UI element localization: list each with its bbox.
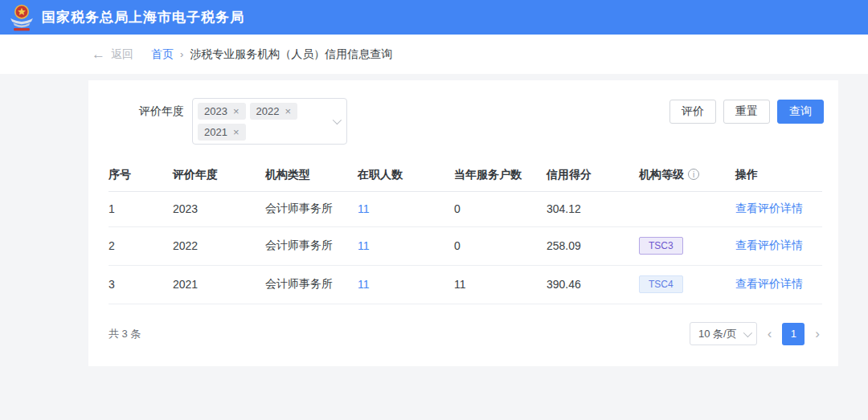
table-row: 3 2021 会计师事务所 11 11 390.46 TSC4 查看评价详情: [108, 266, 822, 304]
query-result-card: 评价年度 2023 × 2022 × 2021 × 评价 重置: [88, 80, 838, 366]
search-button[interactable]: 查询: [777, 100, 824, 124]
breadcrumb-home-link[interactable]: 首页: [151, 47, 174, 62]
year-tag-label: 2021: [204, 126, 227, 138]
cell-year: 2022: [173, 227, 265, 266]
tax-bureau-emblem-icon: [8, 3, 35, 32]
cell-org-type: 会计师事务所: [265, 266, 358, 304]
cell-year: 2023: [173, 192, 265, 227]
cell-credit-score: 390.46: [547, 266, 639, 304]
prev-page-button[interactable]: ‹: [765, 327, 775, 340]
filter-row: 评价年度 2023 × 2022 × 2021 × 评价 重置: [88, 80, 838, 145]
col-clients-served: 当年服务户数: [454, 161, 547, 192]
cell-clients-served: 0: [454, 192, 547, 227]
col-year: 评价年度: [173, 161, 265, 192]
cell-year: 2021: [173, 266, 265, 304]
cell-index: 3: [108, 266, 173, 304]
year-tag: 2022 ×: [250, 103, 298, 120]
cell-grade: TSC3: [639, 227, 735, 266]
tag-close-icon[interactable]: ×: [233, 105, 240, 117]
tag-close-icon[interactable]: ×: [285, 105, 291, 117]
staff-count-link[interactable]: 11: [358, 239, 370, 252]
view-detail-link[interactable]: 查看评价详情: [735, 277, 803, 290]
grade-badge: TSC4: [639, 275, 683, 293]
col-org-type: 机构类型: [265, 161, 358, 192]
cell-clients-served: 0: [454, 227, 547, 266]
breadcrumb-current-page: 涉税专业服务机构（人员）信用信息查询: [190, 47, 392, 62]
view-detail-link[interactable]: 查看评价详情: [735, 239, 803, 251]
back-button[interactable]: 返回: [111, 47, 133, 62]
app-title: 国家税务总局上海市电子税务局: [42, 8, 244, 27]
pagination: 10 条/页 ‹ 1 ›: [690, 322, 822, 345]
page-number-button[interactable]: 1: [782, 323, 805, 345]
reset-button[interactable]: 重置: [723, 100, 770, 124]
cell-index: 1: [108, 192, 173, 227]
year-tag: 2023 ×: [198, 103, 246, 120]
cell-index: 2: [108, 227, 173, 266]
table-footer: 共 3 条 10 条/页 ‹ 1 ›: [88, 304, 838, 345]
cell-grade: [639, 192, 735, 227]
col-action: 操作: [735, 161, 822, 192]
year-multiselect[interactable]: 2023 × 2022 × 2021 ×: [192, 98, 347, 145]
action-buttons: 评价 重置 查询: [669, 98, 824, 124]
year-filter-label: 评价年度: [139, 98, 184, 124]
app-header: 国家税务总局上海市电子税务局: [0, 0, 868, 35]
cell-clients-served: 11: [454, 266, 547, 304]
total-count: 共 3 条: [108, 327, 141, 341]
cell-org-type: 会计师事务所: [265, 192, 358, 227]
year-tag: 2021 ×: [198, 124, 246, 141]
table-row: 2 2022 会计师事务所 11 0 258.09 TSC3 查看评价详情: [108, 227, 822, 266]
breadcrumb-separator: ›: [180, 48, 183, 60]
page-body: 评价年度 2023 × 2022 × 2021 × 评价 重置: [0, 74, 868, 366]
next-page-button[interactable]: ›: [813, 327, 822, 340]
tag-close-icon[interactable]: ×: [233, 126, 240, 138]
year-tag-label: 2023: [204, 105, 227, 117]
info-icon[interactable]: i: [688, 169, 699, 180]
chevron-down-icon: [743, 328, 751, 336]
col-staff-count: 在职人数: [358, 161, 454, 192]
cell-org-type: 会计师事务所: [265, 227, 358, 266]
col-grade: 机构等级i: [639, 161, 735, 192]
table-header-row: 序号 评价年度 机构类型 在职人数 当年服务户数 信用得分 机构等级i 操作: [108, 161, 822, 192]
page-size-select[interactable]: 10 条/页: [690, 322, 757, 345]
table-row: 1 2023 会计师事务所 11 0 304.12 查看评价详情: [108, 192, 822, 227]
cell-grade: TSC4: [639, 266, 735, 304]
cell-credit-score: 258.09: [547, 227, 639, 266]
page-size-value: 10 条/页: [698, 327, 737, 341]
back-arrow-icon[interactable]: ←: [92, 47, 105, 63]
result-table: 序号 评价年度 机构类型 在职人数 当年服务户数 信用得分 机构等级i 操作 1…: [108, 161, 822, 304]
breadcrumb: ← 返回 首页 › 涉税专业服务机构（人员）信用信息查询: [0, 35, 868, 74]
view-detail-link[interactable]: 查看评价详情: [735, 202, 803, 214]
col-credit-score: 信用得分: [547, 161, 639, 192]
col-index: 序号: [108, 161, 173, 192]
result-table-wrapper: 序号 评价年度 机构类型 在职人数 当年服务户数 信用得分 机构等级i 操作 1…: [88, 145, 838, 304]
grade-badge: TSC3: [639, 237, 683, 255]
staff-count-link[interactable]: 11: [358, 278, 370, 291]
chevron-down-icon: [333, 116, 342, 124]
year-tag-label: 2022: [256, 105, 280, 117]
evaluate-button[interactable]: 评价: [669, 100, 716, 124]
staff-count-link[interactable]: 11: [358, 202, 370, 215]
cell-credit-score: 304.12: [547, 192, 639, 227]
